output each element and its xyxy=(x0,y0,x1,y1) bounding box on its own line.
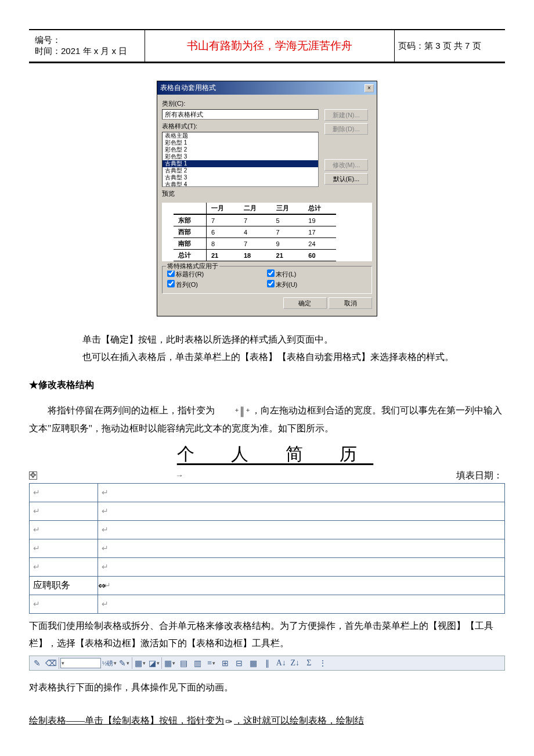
header-left: 编号： 时间：2021 年 x 月 x 日 xyxy=(29,30,145,62)
styles-label: 表格样式(T): xyxy=(162,122,319,131)
close-icon[interactable]: × xyxy=(365,84,374,92)
para6a: 绘制表格——单击【绘制表格】按钮，指针变为 xyxy=(29,715,224,725)
line-weight-select[interactable]: ½磅 xyxy=(102,657,117,669)
doc-no: 编号： xyxy=(35,35,139,46)
header-motto: 书山有路勤为径，学海无涯苦作舟 xyxy=(145,30,395,62)
category-label: 类别(C): xyxy=(162,99,372,108)
distribute-rows-icon[interactable]: ⊞ xyxy=(219,657,232,669)
para-confirm: 单击【确定】按钮，此时表格以所选择的样式插入到页面中。 xyxy=(82,331,505,348)
page-content: 表格自动套用格式 × 类别(C): 所有表格样式 表格样式(T): 表格主题彩色… xyxy=(0,63,534,741)
para6b: ，这时就可以绘制表格，绘制结 xyxy=(234,715,364,725)
chk-lastrow-label: 末行(L) xyxy=(276,271,296,278)
autoformat-dialog: 表格自动套用格式 × 类别(C): 所有表格样式 表格样式(T): 表格主题彩色… xyxy=(157,81,377,316)
tab-arrow-icon: → xyxy=(175,471,183,480)
sort-desc-icon[interactable]: Z↓ xyxy=(288,657,301,669)
eraser-icon[interactable]: ⌫ xyxy=(45,657,57,669)
preview-label: 预览 xyxy=(162,189,319,198)
header-frame: 编号： 时间：2021 年 x 月 x 日 书山有路勤为径，学海无涯苦作舟 页码… xyxy=(29,29,505,63)
apply-group: 将特殊格式应用于 标题行(R) 末行(L) 首列(O) 末列(U) xyxy=(162,266,372,294)
chk-lastrow[interactable] xyxy=(267,269,275,277)
job-title-cell: 应聘职务 xyxy=(30,576,98,595)
split-cells-icon[interactable]: ▥ xyxy=(191,657,204,669)
para-use-draw: 下面我们使用绘制表格或拆分、合并单元格来修改表格结构。为了方便操作，首先单击菜单… xyxy=(29,617,505,653)
delete-button[interactable]: 删除(D)... xyxy=(324,123,368,135)
table-move-handle-icon: ✥ xyxy=(29,471,37,480)
para-drag-border: 将指针停留在两列间的边框上，指针变为⁺║⁺，向左拖动边框到合适的宽度。我们可以事… xyxy=(29,402,505,438)
resume-table: ↵↵ ↵↵ ↵↵ ↵↵ ↵↵ 应聘职务·↵ ↵↵ xyxy=(29,483,505,614)
header-page: 页码：第 3 页 共 7 页 xyxy=(395,30,505,62)
para-draw-step: 绘制表格——单击【绘制表格】按钮，指针变为✑，这时就可以绘制表格，绘制结 xyxy=(29,712,505,730)
pen-color-icon[interactable]: ✎ xyxy=(118,657,131,669)
insert-table-icon[interactable]: ▦ xyxy=(163,657,176,669)
styles-listbox[interactable]: 表格主题彩色型 1彩色型 2彩色型 3古典型 1古典型 2古典型 3古典型 4简… xyxy=(162,132,319,187)
border-icon[interactable]: ▦ xyxy=(134,657,146,669)
toolbar-options-icon[interactable]: ⋮ xyxy=(316,657,329,669)
autosum-icon[interactable]: Σ xyxy=(302,657,315,669)
para-exec-ops: 对表格执行下面的操作，具体操作见下面的动画。 xyxy=(29,679,505,696)
resume-title: 个 人 简 历 xyxy=(29,442,505,466)
dialog-title-text: 表格自动套用格式 xyxy=(160,83,216,93)
chk-lastcol[interactable] xyxy=(267,280,275,287)
category-select[interactable]: 所有表格样式 xyxy=(162,109,319,120)
distribute-cols-icon[interactable]: ⊟ xyxy=(233,657,246,669)
preview-table: 一月二月三月总计东部77519西部64717南部87924总计21182160 xyxy=(162,203,372,261)
chk-firstcol[interactable] xyxy=(167,280,175,287)
default-button[interactable]: 默认(E)... xyxy=(324,173,368,185)
chk-lastcol-label: 末列(U) xyxy=(276,281,297,288)
header-row: 编号： 时间：2021 年 x 月 x 日 书山有路勤为径，学海无涯苦作舟 页码… xyxy=(29,30,505,63)
merge-cells-icon[interactable]: ▤ xyxy=(177,657,190,669)
sort-asc-icon[interactable]: A↓ xyxy=(275,657,287,669)
resize-cursor-icon: ⁺║⁺ xyxy=(215,404,251,420)
draw-table-icon[interactable]: ✎ xyxy=(31,657,44,669)
new-button[interactable]: 新建(N)... xyxy=(324,109,368,121)
line-style-select[interactable] xyxy=(60,658,101,668)
text-direction-icon[interactable]: ∥ xyxy=(261,657,273,669)
dialog-screenshot: 表格自动套用格式 × 类别(C): 所有表格样式 表格样式(T): 表格主题彩色… xyxy=(29,81,505,316)
doc-time: 时间：2021 年 x 月 x 日 xyxy=(35,46,139,57)
ok-button[interactable]: 确定 xyxy=(283,297,327,309)
pencil-icon: ✑ xyxy=(224,714,234,730)
tables-borders-toolbar: ✎ ⌫ ½磅 ✎ ▦ ◪ ▦ ▤ ▥ ≡ ⊞ ⊟ ▦ ∥ A↓ Z↓ Σ ⋮ xyxy=(29,656,505,671)
dialog-titlebar: 表格自动套用格式 × xyxy=(157,81,377,95)
modify-button[interactable]: 修改(M)... xyxy=(324,159,368,171)
heading-modify-struct: ★修改表格结构 xyxy=(29,379,505,391)
autoformat-icon[interactable]: ▦ xyxy=(247,657,259,669)
cancel-button[interactable]: 取消 xyxy=(329,297,372,309)
para-aftermenu: 也可以在插入表格后，单击菜单栏上的【表格】【表格自动套用格式】来选择表格的样式。 xyxy=(82,348,505,366)
resume-figure: 个 人 简 历 ✥ → 填表日期： ↵↵ ↵↵ ↵↵ ↵↵ ↵↵ 应聘职务·↵ … xyxy=(29,442,505,614)
shading-icon[interactable]: ◪ xyxy=(147,657,160,669)
chk-firstcol-label: 首列(O) xyxy=(176,281,198,288)
para3a: 将指针停留在两列间的边框上，指针变为 xyxy=(48,405,215,415)
align-icon[interactable]: ≡ xyxy=(205,657,218,669)
after-dialog-block: 单击【确定】按钮，此时表格以所选择的样式插入到页面中。 也可以在插入表格后，单击… xyxy=(82,331,505,366)
fill-date-label: 填表日期： xyxy=(456,470,503,482)
apply-group-title: 将特殊格式应用于 xyxy=(166,262,219,271)
chk-heading-label: 标题行(R) xyxy=(176,271,204,278)
